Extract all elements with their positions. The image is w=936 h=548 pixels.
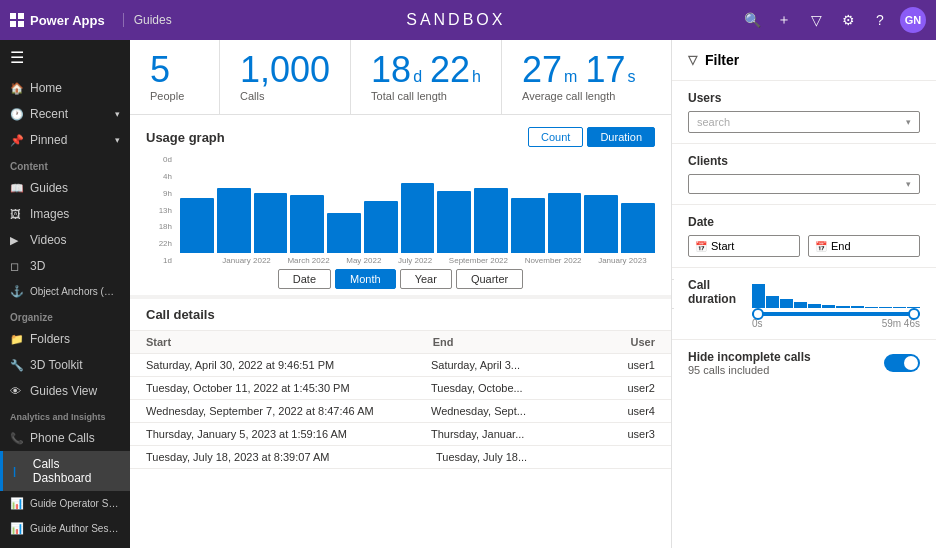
duration-right-handle[interactable]: [908, 308, 920, 320]
chart-header: Usage graph Count Duration: [146, 127, 655, 147]
cell-user: user2: [627, 382, 655, 394]
content-area: 5 People 1,000 Calls 18 d 22 h Total cal…: [130, 40, 671, 548]
pin-icon: 📌: [10, 134, 24, 147]
duration-sparkline: [752, 278, 920, 308]
hamburger-icon[interactable]: ☰: [0, 40, 130, 75]
3d-icon: ◻: [10, 260, 24, 273]
sidebar-item-guides-view[interactable]: 👁 Guides View: [0, 378, 130, 404]
chart-bar[interactable]: [401, 183, 435, 253]
month-button[interactable]: Month: [335, 269, 396, 289]
chart-y-axis: 1d 22h 18h 13h 9h 4h 0d: [146, 155, 176, 265]
sidebar-section-organize: Organize: [0, 304, 130, 326]
filter-toggle-button[interactable]: ›: [671, 279, 674, 309]
app-logo[interactable]: Power Apps: [10, 13, 105, 28]
chart-bar[interactable]: [511, 198, 545, 253]
chart-area: January 2022 March 2022 May 2022 July 20…: [180, 155, 655, 265]
sidebar-item-3d[interactable]: ◻ 3D: [0, 253, 130, 279]
sidebar-item-videos[interactable]: ▶ Videos: [0, 227, 130, 253]
search-icon[interactable]: 🔍: [740, 8, 764, 32]
chart-bar[interactable]: [180, 198, 214, 253]
sidebar-item-label: Pinned: [30, 133, 67, 147]
chart-bar[interactable]: [437, 191, 471, 253]
sidebar-item-phone-calls[interactable]: 📞 Phone Calls: [0, 425, 130, 451]
sidebar-item-label: Phone Calls: [30, 431, 95, 445]
count-button[interactable]: Count: [528, 127, 583, 147]
start-date-button[interactable]: 📅 Start: [688, 235, 800, 257]
calls-label: Calls: [240, 90, 330, 102]
sidebar-item-3d-toolkit[interactable]: 🔧 3D Toolkit: [0, 352, 130, 378]
add-icon[interactable]: ＋: [772, 8, 796, 32]
settings-icon[interactable]: ⚙: [836, 8, 860, 32]
phone-icon: 📞: [10, 432, 24, 445]
call-details: Call details Start End User Saturday, Ap…: [130, 299, 671, 548]
avg-minutes: 27: [522, 52, 562, 88]
guides-view-icon: 👁: [10, 385, 24, 397]
sidebar-item-images[interactable]: 🖼 Images: [0, 201, 130, 227]
table-row[interactable]: Thursday, January 5, 2023 at 1:59:16 AM …: [130, 423, 671, 446]
call-details-header: Call details: [130, 299, 671, 331]
filter-users-label: Users: [688, 91, 920, 105]
images-icon: 🖼: [10, 208, 24, 220]
call-duration-section: Call duration: [672, 268, 936, 340]
avatar[interactable]: GN: [900, 7, 926, 33]
sidebar-item-label: 3D: [30, 259, 45, 273]
chart-bar[interactable]: [548, 193, 582, 253]
sidebar: ☰ 🏠 Home 🕐 Recent ▾ 📌 Pinned ▾ Content 📖…: [0, 40, 130, 548]
table-row[interactable]: Tuesday, October 11, 2022 at 1:45:30 PM …: [130, 377, 671, 400]
table-row[interactable]: Tuesday, July 18, 2023 at 8:39:07 AM Tue…: [130, 446, 671, 469]
chevron-down-icon: ▾: [115, 135, 120, 145]
stats-row: 5 People 1,000 Calls 18 d 22 h Total cal…: [130, 40, 671, 115]
sidebar-item-label: Guides: [30, 181, 68, 195]
users-dropdown[interactable]: search ▾: [688, 111, 920, 133]
calls-number: 1,000: [240, 52, 330, 88]
hide-incomplete-toggle[interactable]: [884, 354, 920, 372]
quarter-button[interactable]: Quarter: [456, 269, 523, 289]
sidebar-item-object-anchors[interactable]: ⚓ Object Anchors (Prev...: [0, 279, 130, 304]
table-row[interactable]: Wednesday, September 7, 2022 at 8:47:46 …: [130, 400, 671, 423]
chart-bar[interactable]: [254, 193, 288, 253]
sidebar-item-guide-operator[interactable]: 📊 Guide Operator Sessi...: [0, 491, 130, 516]
duration-button[interactable]: Duration: [587, 127, 655, 147]
sidebar-item-home[interactable]: 🏠 Home: [0, 75, 130, 101]
sidebar-item-label: Guides View: [30, 384, 97, 398]
chart-bar[interactable]: [584, 195, 618, 253]
chart-bar[interactable]: [474, 188, 508, 253]
filter-clients-label: Clients: [688, 154, 920, 168]
app-name: Power Apps: [30, 13, 105, 28]
filter-panel: › ▽ Filter Users search ▾ Clients ▾ Date…: [671, 40, 936, 548]
sidebar-item-label: Folders: [30, 332, 70, 346]
chart-bar[interactable]: [364, 201, 398, 253]
author-icon: 📊: [10, 522, 24, 535]
chart-bar[interactable]: [290, 195, 324, 253]
people-number: 5: [150, 52, 199, 88]
sidebar-item-pinned[interactable]: 📌 Pinned ▾: [0, 127, 130, 153]
duration-left-handle[interactable]: [752, 308, 764, 320]
table-header: Start End User: [130, 331, 671, 354]
chart-bar[interactable]: [621, 203, 655, 253]
clients-dropdown[interactable]: ▾: [688, 174, 920, 194]
sidebar-item-guide-author[interactable]: 📊 Guide Author Sessions: [0, 516, 130, 541]
end-date-button[interactable]: 📅 End: [808, 235, 920, 257]
chart-bar[interactable]: [217, 188, 251, 253]
date-button[interactable]: Date: [278, 269, 331, 289]
chart-bar[interactable]: [327, 213, 361, 253]
filter-icon[interactable]: ▽: [804, 8, 828, 32]
year-button[interactable]: Year: [400, 269, 452, 289]
chart-bars: [180, 155, 655, 253]
sidebar-item-guides[interactable]: 📖 Guides: [0, 175, 130, 201]
cell-user: [636, 451, 655, 463]
sidebar-item-recent[interactable]: 🕐 Recent ▾: [0, 101, 130, 127]
sidebar-item-calls-dashboard[interactable]: | Calls Dashboard: [0, 451, 130, 491]
duration-labels: 0s 59m 46s: [752, 318, 920, 329]
sidebar-item-folders[interactable]: 📁 Folders: [0, 326, 130, 352]
cell-user: user1: [627, 359, 655, 371]
table-row[interactable]: Saturday, April 30, 2022 at 9:46:51 PM S…: [130, 354, 671, 377]
cell-end: Wednesday, Sept...: [431, 405, 628, 417]
filter-date-row: Date 📅 Start 📅 End: [672, 205, 936, 268]
chart-toggle: Count Duration: [528, 127, 655, 147]
help-icon[interactable]: ?: [868, 8, 892, 32]
cell-end: Tuesday, Octobe...: [431, 382, 628, 394]
recent-icon: 🕐: [10, 108, 24, 121]
sidebar-section-content: Content: [0, 153, 130, 175]
sidebar-item-label: Videos: [30, 233, 66, 247]
